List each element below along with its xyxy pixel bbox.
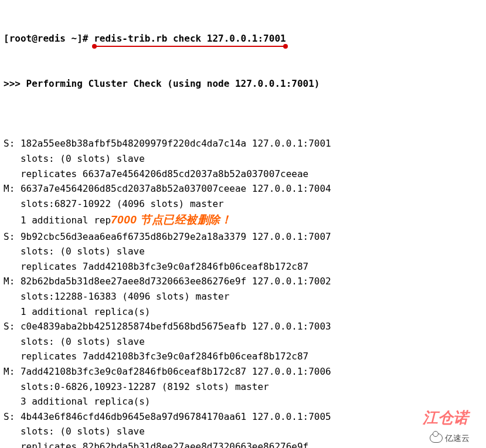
command-underlined: redis-trib.rb check 127.0.0.1:7001 [94, 31, 286, 46]
node-extra: 1 additional replica(s) [4, 304, 486, 320]
watermark-site: 亿速云 [430, 432, 470, 444]
node-slots: slots: (0 slots) slave [4, 334, 486, 349]
terminal-output: [root@redis ~]# redis-trib.rb check 127.… [0, 0, 486, 448]
node-header: M: 7add42108b3fc3e9c0af2846fb06ceaf8b172… [4, 364, 486, 379]
annotation-text: 7000 节点已经被删除！ [111, 213, 232, 226]
cluster-check-header: >>> Performing Cluster Check (using node… [4, 76, 486, 91]
node-slots: slots:0-6826,10923-12287 (8192 slots) ma… [4, 379, 486, 395]
node-extra: replicates 7add42108b3fc3e9c0af2846fb06c… [4, 259, 486, 274]
node-slots: slots: (0 slots) slave [4, 151, 486, 167]
node-header: S: c0e4839aba2bb4251285874befd568bd5675e… [4, 319, 486, 334]
node-extra: replicates 7add42108b3fc3e9c0af2846fb06c… [4, 349, 486, 364]
node-header: M: 82b62bda5b31d8ee27aee8d7320663ee86276… [4, 274, 486, 289]
node-extra: replicates 82b62bda5b31d8ee27aee8d732066… [4, 439, 486, 448]
node-slots: slots:12288-16383 (4096 slots) master [4, 289, 486, 304]
watermark-site-text: 亿速云 [445, 432, 470, 444]
node-extra: 1 additional rep7000 节点已经被删除！ [4, 211, 486, 229]
node-header: M: 6637a7e4564206d85cd2037a8b52a037007ce… [4, 181, 486, 196]
watermark-author: 江仓诺 [423, 406, 468, 430]
underline-dot-right [283, 44, 288, 49]
node-slots: slots:6827-10922 (4096 slots) master [4, 196, 486, 212]
node-slots: slots: (0 slots) slave [4, 244, 486, 259]
node-extra: 3 additional replica(s) [4, 394, 486, 409]
node-header: S: 4b443e6f846cfd46db9645e8a97d96784170a… [4, 409, 486, 425]
node-extra: replicates 6637a7e4564206d85cd2037a8b52a… [4, 167, 486, 182]
node-header: S: 9b92cbc56d3eaa6ea6f6735d86b279e2a18a3… [4, 229, 486, 245]
node-header: S: 182a55ee8b38afbf5b48209979f220dc4da7c… [4, 136, 486, 151]
node-slots: slots: (0 slots) slave [4, 424, 486, 439]
underline-dot-left [92, 44, 97, 49]
prompt-line: [root@redis ~]# redis-trib.rb check 127.… [4, 31, 486, 46]
red-underline [94, 46, 286, 47]
command-text: redis-trib.rb check 127.0.0.1:7001 [94, 33, 286, 44]
shell-prompt: [root@redis ~]# [4, 33, 94, 44]
nodes-list: S: 182a55ee8b38afbf5b48209979f220dc4da7c… [4, 136, 486, 448]
cloud-icon [430, 433, 443, 443]
node-extra-text: 1 additional rep [4, 215, 111, 226]
